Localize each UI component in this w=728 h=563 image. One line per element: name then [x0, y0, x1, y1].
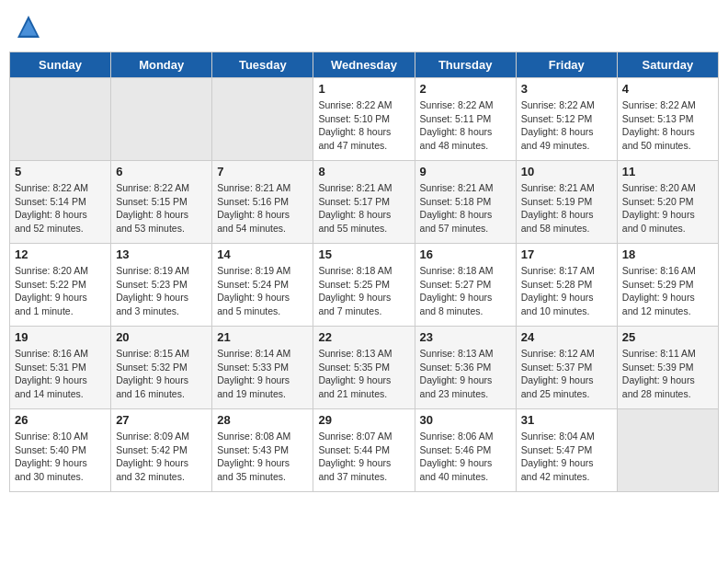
day-info: Sunrise: 8:22 AM Sunset: 5:15 PM Dayligh…: [116, 181, 207, 236]
calendar-cell: 11Sunrise: 8:20 AM Sunset: 5:20 PM Dayli…: [617, 161, 718, 244]
calendar-cell: 4Sunrise: 8:22 AM Sunset: 5:13 PM Daylig…: [617, 78, 718, 161]
calendar-cell: 29Sunrise: 8:07 AM Sunset: 5:44 PM Dayli…: [313, 409, 415, 492]
day-number: 7: [217, 165, 308, 178]
header-cell-thursday: Thursday: [415, 52, 516, 78]
calendar-cell: 15Sunrise: 8:18 AM Sunset: 5:25 PM Dayli…: [313, 244, 415, 327]
day-number: 22: [318, 330, 409, 344]
calendar-cell: 8Sunrise: 8:21 AM Sunset: 5:17 PM Daylig…: [313, 161, 415, 244]
calendar-week-1: 5Sunrise: 8:22 AM Sunset: 5:14 PM Daylig…: [10, 161, 719, 244]
day-number: 28: [217, 413, 308, 427]
calendar-cell: 25Sunrise: 8:11 AM Sunset: 5:39 PM Dayli…: [617, 327, 718, 409]
day-number: 31: [521, 413, 612, 427]
logo-icon: [15, 13, 42, 40]
day-number: 5: [15, 165, 106, 178]
day-number: 16: [420, 247, 511, 261]
calendar-cell: 30Sunrise: 8:06 AM Sunset: 5:46 PM Dayli…: [415, 409, 516, 492]
calendar-cell: 18Sunrise: 8:16 AM Sunset: 5:29 PM Dayli…: [617, 244, 718, 327]
day-info: Sunrise: 8:20 AM Sunset: 5:22 PM Dayligh…: [15, 264, 106, 318]
day-number: 10: [521, 165, 612, 178]
calendar-cell: 9Sunrise: 8:21 AM Sunset: 5:18 PM Daylig…: [415, 161, 516, 244]
calendar-week-3: 19Sunrise: 8:16 AM Sunset: 5:31 PM Dayli…: [10, 327, 719, 409]
calendar-cell: 27Sunrise: 8:09 AM Sunset: 5:42 PM Dayli…: [111, 409, 212, 492]
day-info: Sunrise: 8:22 AM Sunset: 5:10 PM Dayligh…: [318, 98, 409, 153]
header-cell-saturday: Saturday: [617, 52, 718, 78]
day-info: Sunrise: 8:22 AM Sunset: 5:11 PM Dayligh…: [420, 98, 511, 153]
day-info: Sunrise: 8:21 AM Sunset: 5:19 PM Dayligh…: [521, 181, 612, 236]
calendar-header: SundayMondayTuesdayWednesdayThursdayFrid…: [10, 52, 719, 78]
day-info: Sunrise: 8:18 AM Sunset: 5:25 PM Dayligh…: [318, 264, 409, 318]
day-number: 18: [622, 247, 713, 261]
calendar-cell: [617, 409, 718, 492]
day-number: 23: [420, 330, 511, 344]
day-info: Sunrise: 8:08 AM Sunset: 5:43 PM Dayligh…: [217, 430, 308, 484]
calendar-table: SundayMondayTuesdayWednesdayThursdayFrid…: [9, 52, 719, 492]
calendar-cell: 17Sunrise: 8:17 AM Sunset: 5:28 PM Dayli…: [516, 244, 617, 327]
calendar-cell: 24Sunrise: 8:12 AM Sunset: 5:37 PM Dayli…: [516, 327, 617, 409]
day-number: 17: [521, 247, 612, 261]
day-info: Sunrise: 8:13 AM Sunset: 5:35 PM Dayligh…: [318, 347, 409, 401]
day-info: Sunrise: 8:20 AM Sunset: 5:20 PM Dayligh…: [622, 181, 713, 236]
day-info: Sunrise: 8:21 AM Sunset: 5:17 PM Dayligh…: [318, 181, 409, 236]
day-number: 13: [116, 247, 207, 261]
header-cell-friday: Friday: [516, 52, 617, 78]
day-number: 25: [622, 330, 713, 344]
day-info: Sunrise: 8:22 AM Sunset: 5:14 PM Dayligh…: [15, 181, 106, 236]
calendar-cell: 6Sunrise: 8:22 AM Sunset: 5:15 PM Daylig…: [111, 161, 212, 244]
calendar-cell: [212, 78, 313, 161]
day-number: 30: [420, 413, 511, 427]
day-info: Sunrise: 8:15 AM Sunset: 5:32 PM Dayligh…: [116, 347, 207, 401]
day-info: Sunrise: 8:22 AM Sunset: 5:12 PM Dayligh…: [521, 98, 612, 153]
calendar-cell: 2Sunrise: 8:22 AM Sunset: 5:11 PM Daylig…: [415, 78, 516, 161]
header-cell-wednesday: Wednesday: [313, 52, 415, 78]
day-number: 2: [420, 82, 511, 96]
day-info: Sunrise: 8:16 AM Sunset: 5:31 PM Dayligh…: [15, 347, 106, 401]
header-cell-tuesday: Tuesday: [212, 52, 313, 78]
day-number: 11: [622, 165, 713, 178]
calendar-cell: 21Sunrise: 8:14 AM Sunset: 5:33 PM Dayli…: [212, 327, 313, 409]
calendar-cell: 1Sunrise: 8:22 AM Sunset: 5:10 PM Daylig…: [313, 78, 415, 161]
day-info: Sunrise: 8:07 AM Sunset: 5:44 PM Dayligh…: [318, 430, 409, 484]
day-number: 29: [318, 413, 409, 427]
day-number: 19: [15, 330, 106, 344]
day-number: 8: [318, 165, 409, 178]
calendar-body: 1Sunrise: 8:22 AM Sunset: 5:10 PM Daylig…: [10, 78, 719, 492]
calendar-cell: 28Sunrise: 8:08 AM Sunset: 5:43 PM Dayli…: [212, 409, 313, 492]
day-info: Sunrise: 8:10 AM Sunset: 5:40 PM Dayligh…: [15, 430, 106, 484]
calendar-cell: [10, 78, 111, 161]
day-number: 9: [420, 165, 511, 178]
calendar-week-4: 26Sunrise: 8:10 AM Sunset: 5:40 PM Dayli…: [10, 409, 719, 492]
header-row: SundayMondayTuesdayWednesdayThursdayFrid…: [10, 52, 719, 78]
page-header: [9, 9, 719, 44]
day-info: Sunrise: 8:22 AM Sunset: 5:13 PM Dayligh…: [622, 98, 713, 153]
calendar-cell: 12Sunrise: 8:20 AM Sunset: 5:22 PM Dayli…: [10, 244, 111, 327]
day-number: 12: [15, 247, 106, 261]
header-cell-monday: Monday: [111, 52, 212, 78]
calendar-cell: 23Sunrise: 8:13 AM Sunset: 5:36 PM Dayli…: [415, 327, 516, 409]
day-info: Sunrise: 8:13 AM Sunset: 5:36 PM Dayligh…: [420, 347, 511, 401]
day-info: Sunrise: 8:19 AM Sunset: 5:24 PM Dayligh…: [217, 264, 308, 318]
day-info: Sunrise: 8:19 AM Sunset: 5:23 PM Dayligh…: [116, 264, 207, 318]
calendar-cell: 13Sunrise: 8:19 AM Sunset: 5:23 PM Dayli…: [111, 244, 212, 327]
calendar-cell: 22Sunrise: 8:13 AM Sunset: 5:35 PM Dayli…: [313, 327, 415, 409]
calendar-cell: 5Sunrise: 8:22 AM Sunset: 5:14 PM Daylig…: [10, 161, 111, 244]
day-info: Sunrise: 8:21 AM Sunset: 5:18 PM Dayligh…: [420, 181, 511, 236]
calendar-cell: 16Sunrise: 8:18 AM Sunset: 5:27 PM Dayli…: [415, 244, 516, 327]
day-info: Sunrise: 8:18 AM Sunset: 5:27 PM Dayligh…: [420, 264, 511, 318]
calendar-cell: 3Sunrise: 8:22 AM Sunset: 5:12 PM Daylig…: [516, 78, 617, 161]
day-number: 14: [217, 247, 308, 261]
calendar-cell: 10Sunrise: 8:21 AM Sunset: 5:19 PM Dayli…: [516, 161, 617, 244]
day-number: 6: [116, 165, 207, 178]
day-number: 26: [15, 413, 106, 427]
day-info: Sunrise: 8:16 AM Sunset: 5:29 PM Dayligh…: [622, 264, 713, 318]
header-cell-sunday: Sunday: [10, 52, 111, 78]
day-info: Sunrise: 8:11 AM Sunset: 5:39 PM Dayligh…: [622, 347, 713, 401]
day-info: Sunrise: 8:17 AM Sunset: 5:28 PM Dayligh…: [521, 264, 612, 318]
day-number: 4: [622, 82, 713, 96]
calendar-cell: 7Sunrise: 8:21 AM Sunset: 5:16 PM Daylig…: [212, 161, 313, 244]
calendar-cell: 20Sunrise: 8:15 AM Sunset: 5:32 PM Dayli…: [111, 327, 212, 409]
calendar-cell: [111, 78, 212, 161]
day-info: Sunrise: 8:21 AM Sunset: 5:16 PM Dayligh…: [217, 181, 308, 236]
day-number: 1: [318, 82, 409, 96]
calendar-cell: 31Sunrise: 8:04 AM Sunset: 5:47 PM Dayli…: [516, 409, 617, 492]
calendar-week-0: 1Sunrise: 8:22 AM Sunset: 5:10 PM Daylig…: [10, 78, 719, 161]
